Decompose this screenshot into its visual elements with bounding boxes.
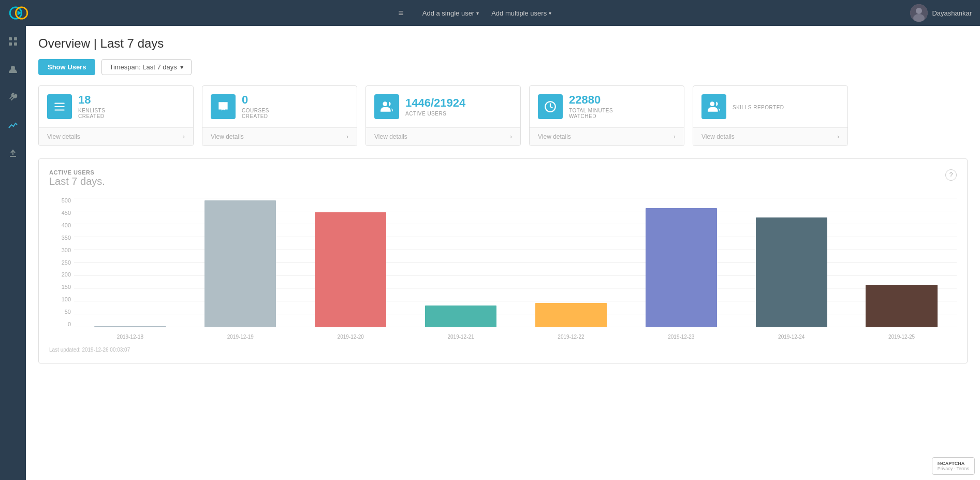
y-label: 350 xyxy=(62,235,71,241)
x-label: 2019-12-22 xyxy=(558,334,584,340)
stat-number-minutes: 22880 xyxy=(569,94,613,106)
stats-row: 18KENLISTS CREATEDView details›0COURSES … xyxy=(38,85,968,146)
y-axis: 050100150200250300350400450500 xyxy=(49,198,74,327)
y-label: 450 xyxy=(62,210,71,216)
x-label: 2019-12-19 xyxy=(227,334,254,340)
hamburger-menu[interactable]: ≡ xyxy=(398,8,404,19)
svg-rect-11 xyxy=(54,106,65,107)
nav-center: ≡ Add a single user ▾ Add multiple users… xyxy=(39,8,910,19)
toolbar: Show Users Timespan: Last 7 days ▾ xyxy=(38,59,968,75)
x-label: 2019-12-23 xyxy=(668,334,694,340)
stat-card-skills: SKILLS REPORTEDView details› xyxy=(693,85,848,146)
x-label: 2019-12-18 xyxy=(117,334,143,340)
stat-info-skills: SKILLS REPORTED xyxy=(733,104,784,110)
stat-info-minutes: 22880TOTAL MINUTES WATCHED xyxy=(569,94,613,119)
bar[interactable] xyxy=(535,303,607,328)
svg-rect-12 xyxy=(54,109,65,110)
bar-group[interactable]: 2019-12-20 xyxy=(296,198,406,327)
chart-subtitle: Last 7 days. xyxy=(49,176,105,187)
svg-rect-10 xyxy=(54,103,65,104)
stat-card-top-minutes: 22880TOTAL MINUTES WATCHED xyxy=(530,86,684,127)
svg-rect-8 xyxy=(14,42,17,46)
stat-label-active_users: ACTIVE USERS xyxy=(405,111,465,117)
bar-group[interactable]: 2019-12-22 xyxy=(516,198,626,327)
add-multiple-users-chevron: ▾ xyxy=(549,10,551,16)
y-label: 50 xyxy=(65,309,71,315)
stat-card-top-courses: 0COURSES CREATED xyxy=(202,86,357,127)
chart-section: ACTIVE USERS Last 7 days. ? 050100150200… xyxy=(38,158,968,363)
stat-icon-minutes xyxy=(538,94,563,119)
svg-rect-6 xyxy=(14,37,17,40)
bar[interactable] xyxy=(866,285,937,328)
svg-point-15 xyxy=(710,101,714,106)
chart-header-left: ACTIVE USERS Last 7 days. xyxy=(49,169,105,196)
timespan-chevron: ▾ xyxy=(180,63,184,71)
bar[interactable] xyxy=(315,212,386,328)
logo-area xyxy=(8,3,39,23)
x-label: 2019-12-20 xyxy=(338,334,364,340)
bar-group[interactable]: 2019-12-24 xyxy=(736,198,846,327)
bar-group[interactable]: 2019-12-18 xyxy=(75,198,185,327)
sidebar-item-analytics[interactable] xyxy=(3,116,23,135)
app-logo xyxy=(8,3,29,23)
x-label: 2019-12-24 xyxy=(778,334,805,340)
sidebar-item-users[interactable] xyxy=(3,60,23,79)
y-label: 250 xyxy=(62,260,71,266)
bar-group[interactable]: 2019-12-23 xyxy=(626,198,736,327)
stat-card-top-kenlists: 18KENLISTS CREATED xyxy=(39,86,193,127)
y-label: 300 xyxy=(62,248,71,253)
recaptcha-badge: reCAPTCHA Privacy · Terms xyxy=(932,457,975,475)
bar[interactable] xyxy=(425,306,496,328)
add-multiple-users-link[interactable]: Add multiple users ▾ xyxy=(491,9,551,17)
stat-label-minutes: TOTAL MINUTES WATCHED xyxy=(569,108,613,119)
page-title: Overview | Last 7 days xyxy=(38,36,968,51)
main-content: Overview | Last 7 days Show Users Timesp… xyxy=(26,26,980,480)
stat-view-details-minutes[interactable]: View details› xyxy=(530,127,684,146)
stat-view-details-courses[interactable]: View details› xyxy=(202,127,357,146)
sidebar-item-tools[interactable] xyxy=(3,88,23,107)
bar[interactable] xyxy=(646,208,717,327)
help-icon[interactable]: ? xyxy=(945,169,957,181)
top-navigation: ≡ Add a single user ▾ Add multiple users… xyxy=(0,0,980,26)
bar[interactable] xyxy=(204,200,276,327)
bar[interactable] xyxy=(94,326,166,328)
stat-card-top-active_users: 1446/21924ACTIVE USERS xyxy=(366,86,520,127)
bar-group[interactable]: 2019-12-19 xyxy=(185,198,296,327)
bar-group[interactable]: 2019-12-25 xyxy=(846,198,957,327)
stat-card-top-skills: SKILLS REPORTED xyxy=(693,86,847,127)
sidebar-item-export[interactable] xyxy=(3,144,23,163)
stat-card-kenlists: 18KENLISTS CREATEDView details› xyxy=(38,85,194,146)
svg-rect-5 xyxy=(9,37,12,40)
stat-icon-active_users xyxy=(374,94,399,119)
stat-view-details-skills[interactable]: View details› xyxy=(693,127,847,146)
stat-card-minutes: 22880TOTAL MINUTES WATCHEDView details› xyxy=(529,85,684,146)
y-label: 200 xyxy=(62,272,71,278)
show-users-button[interactable]: Show Users xyxy=(38,59,95,75)
bar-chart: 0501001502002503003504004505002019-12-18… xyxy=(49,198,957,343)
stat-label-skills: SKILLS REPORTED xyxy=(733,105,784,110)
svg-rect-7 xyxy=(9,42,12,46)
stat-icon-courses xyxy=(211,94,236,119)
bar[interactable] xyxy=(756,217,827,328)
stat-info-active_users: 1446/21924ACTIVE USERS xyxy=(405,97,465,117)
sidebar xyxy=(0,26,26,480)
bars-area: 2019-12-182019-12-192019-12-202019-12-21… xyxy=(75,198,957,327)
add-single-user-chevron: ▾ xyxy=(476,10,479,16)
timespan-button[interactable]: Timespan: Last 7 days ▾ xyxy=(101,59,191,75)
stat-view-details-active_users[interactable]: View details› xyxy=(366,127,520,146)
stat-label-courses: COURSES CREATED xyxy=(242,108,269,119)
stat-icon-skills xyxy=(701,94,726,119)
stat-info-courses: 0COURSES CREATED xyxy=(242,94,269,119)
user-menu[interactable]: Dayashankar xyxy=(910,4,972,22)
y-label: 100 xyxy=(62,297,71,302)
stat-number-kenlists: 18 xyxy=(78,94,105,106)
stat-view-details-kenlists[interactable]: View details› xyxy=(39,127,193,146)
sidebar-item-dashboard[interactable] xyxy=(3,32,23,51)
add-single-user-link[interactable]: Add a single user ▾ xyxy=(422,9,479,17)
stat-label-kenlists: KENLISTS CREATED xyxy=(78,108,105,119)
chart-footer: Last updated: 2019-12-26 00:03:07 xyxy=(49,347,957,353)
bar-group[interactable]: 2019-12-21 xyxy=(406,198,516,327)
avatar-image xyxy=(910,4,928,22)
x-label: 2019-12-25 xyxy=(888,334,915,340)
stat-card-courses: 0COURSES CREATEDView details› xyxy=(202,85,357,146)
